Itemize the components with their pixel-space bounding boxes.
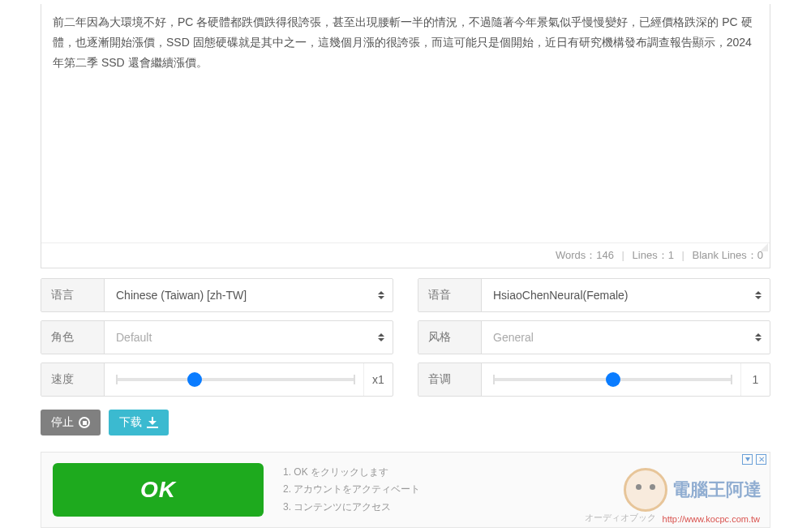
watermark-logo: 電腦王阿達 [624,468,762,512]
ad-controls: ✕ [742,454,766,465]
ad-banner: OK 1. OK をクリックします 2. アカウントをアクティベート 3. コン… [41,452,770,528]
role-value: Default [116,331,152,344]
text-stats: Words：146 | Lines：1 | Blank Lines：0 [41,242,770,268]
ad-close-icon[interactable]: ✕ [756,454,766,465]
words-label: Words： [556,249,596,261]
ad-ok-button[interactable]: OK [53,463,264,517]
ad-step-3: 3. コンテンツにアクセス [283,499,420,517]
style-label: 风格 [418,321,482,354]
ad-step-2: 2. アカウントをアクティベート [283,481,420,499]
pitch-value: 1 [740,363,770,396]
ad-info-icon[interactable] [742,454,753,465]
mascot-icon [624,468,667,512]
stop-icon [79,417,90,428]
ad-steps: 1. OK をクリックします 2. アカウントをアクティベート 3. コンテンツ… [283,464,420,517]
download-label: 下载 [119,415,142,430]
text-input-panel: Words：146 | Lines：1 | Blank Lines：0 [41,4,770,268]
speed-slider-row: 速度 x1 [41,363,393,397]
language-value: Chinese (Taiwan) [zh-TW] [116,289,247,302]
voice-label: 语音 [418,279,482,311]
ad-step-1: 1. OK をクリックします [283,464,420,482]
blank-lines-label: Blank Lines： [693,249,757,261]
download-icon [147,417,158,428]
language-label: 语言 [41,279,105,311]
pitch-label: 音调 [418,363,482,396]
chevron-updown-icon [378,333,384,341]
stop-label: 停止 [51,415,74,430]
voice-select[interactable]: 语音 HsiaoChenNeural(Female) [418,278,770,312]
speed-value: x1 [363,363,393,396]
chevron-updown-icon [755,291,762,299]
download-button[interactable]: 下载 [109,410,169,435]
language-select[interactable]: 语言 Chinese (Taiwan) [zh-TW] [41,278,393,312]
lines-label: Lines： [633,249,668,261]
chevron-updown-icon [378,291,384,299]
pitch-slider-row: 音调 1 [418,363,770,397]
role-select[interactable]: 角色 Default [41,320,393,354]
role-label: 角色 [41,321,105,354]
pitch-slider[interactable] [493,378,732,381]
resize-handle-icon[interactable] [760,243,768,251]
pitch-slider-thumb[interactable] [606,372,620,387]
style-select[interactable]: 风格 General [418,320,770,354]
voice-value: HsiaoChenNeural(Female) [493,289,629,302]
watermark-brand: 電腦王阿達 [672,478,762,502]
style-value: General [493,331,534,344]
text-input[interactable] [41,4,770,239]
lines-value: 1 [668,249,674,261]
speed-slider-thumb[interactable] [187,372,202,387]
ad-footer-text: オーディオブック [585,512,656,524]
words-value: 146 [596,249,614,261]
stop-button[interactable]: 停止 [41,410,101,435]
watermark-url: http://www.kocpc.com.tw [663,514,760,524]
speed-label: 速度 [41,363,105,396]
chevron-updown-icon [755,333,762,341]
speed-slider[interactable] [116,378,355,381]
